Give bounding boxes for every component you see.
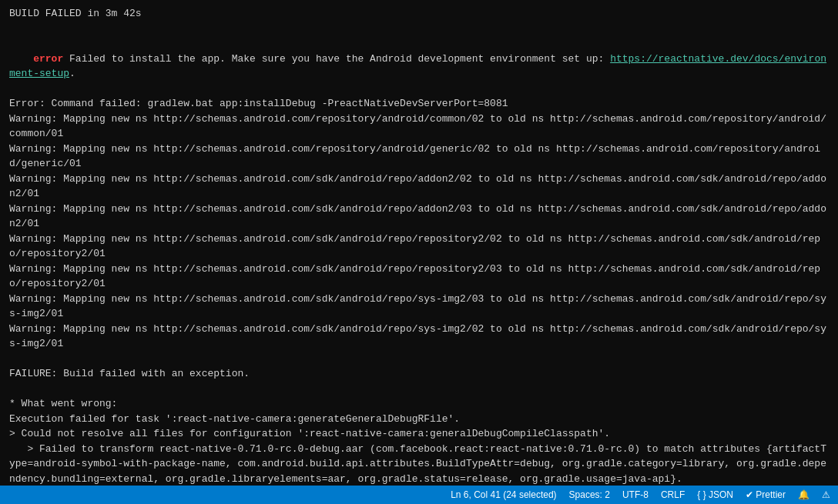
language-text: { } JSON bbox=[697, 489, 733, 500]
blank-line-2 bbox=[9, 352, 829, 367]
status-bar: Ln 6, Col 41 (24 selected) Spaces: 2 UTF… bbox=[0, 486, 838, 504]
warn-line-2: Warning: Mapping new ns http://schemas.a… bbox=[9, 142, 829, 172]
blank-line-3 bbox=[9, 382, 829, 397]
status-warning-icon[interactable]: ⚠ bbox=[822, 489, 830, 500]
encoding-text: UTF-8 bbox=[622, 489, 649, 500]
warning-icon: ⚠ bbox=[822, 489, 830, 500]
error-line: error Failed to install the app. Make su… bbox=[9, 36, 829, 96]
exec-failed-line: Execution failed for task ':react-native… bbox=[9, 412, 829, 427]
status-notification-icon[interactable]: 🔔 bbox=[798, 489, 810, 500]
warn-line-5: Warning: Mapping new ns http://schemas.a… bbox=[9, 232, 829, 262]
status-position[interactable]: Ln 6, Col 41 (24 selected) bbox=[451, 489, 556, 500]
formatter-text: ✔ Prettier bbox=[746, 489, 786, 500]
position-text: Ln 6, Col 41 (24 selected) bbox=[451, 489, 556, 500]
warn-line-8: Warning: Mapping new ns http://schemas.a… bbox=[9, 322, 829, 352]
status-language[interactable]: { } JSON bbox=[697, 489, 733, 500]
spaces-text: Spaces: 2 bbox=[569, 489, 610, 500]
status-eol[interactable]: CRLF bbox=[661, 489, 685, 500]
failed-transform-line: > Failed to transform react-native-0.71.… bbox=[9, 442, 829, 486]
what-went-wrong-line: * What went wrong: bbox=[9, 396, 829, 412]
warn-line-7: Warning: Mapping new ns http://schemas.a… bbox=[9, 292, 829, 322]
bell-icon: 🔔 bbox=[798, 489, 810, 500]
warn-line-3: Warning: Mapping new ns http://schemas.a… bbox=[9, 172, 829, 202]
could-not-resolve-line: > Could not resolve all files for config… bbox=[9, 426, 829, 442]
eol-text: CRLF bbox=[661, 489, 685, 500]
status-encoding[interactable]: UTF-8 bbox=[622, 489, 649, 500]
terminal-output: BUILD FAILED in 3m 42s error Failed to i… bbox=[0, 0, 838, 486]
blank-line-1 bbox=[9, 22, 829, 37]
warn-line-1: Warning: Mapping new ns http://schemas.a… bbox=[9, 112, 829, 142]
warn-line-4: Warning: Mapping new ns http://schemas.a… bbox=[9, 202, 829, 232]
error-label: error bbox=[33, 53, 63, 65]
status-formatter[interactable]: ✔ Prettier bbox=[746, 489, 786, 500]
error-text: Failed to install the app. Make sure you… bbox=[63, 53, 610, 65]
warn-line-6: Warning: Mapping new ns http://schemas.a… bbox=[9, 262, 829, 292]
error-cmd-line: Error: Command failed: gradlew.bat app:i… bbox=[9, 96, 829, 112]
failure-line: FAILURE: Build failed with an exception. bbox=[9, 366, 829, 382]
status-spaces[interactable]: Spaces: 2 bbox=[569, 489, 610, 500]
build-failed-line-1: BUILD FAILED in 3m 42s bbox=[9, 6, 829, 22]
